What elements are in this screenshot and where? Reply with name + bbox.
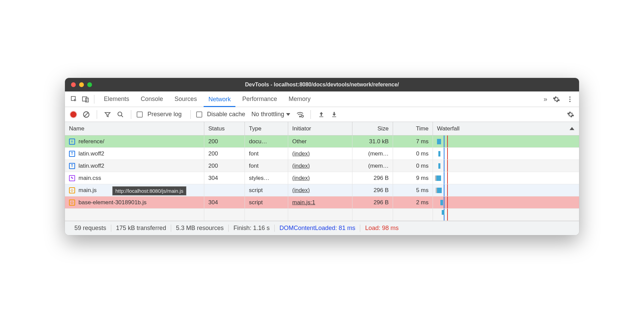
header-type[interactable]: Type	[245, 122, 288, 135]
tab-elements[interactable]: Elements	[99, 91, 134, 107]
clear-icon[interactable]	[81, 109, 91, 120]
table-row[interactable]: ≡reference/200docu…Other31.0 kB7 ms	[65, 135, 579, 148]
cell-waterfall	[433, 135, 579, 147]
table-row[interactable]: Tlatin.woff2200font(index)(mem…0 ms	[65, 160, 579, 172]
cell-type: script	[245, 196, 288, 208]
network-settings-gear-icon[interactable]	[566, 109, 576, 120]
cell-type: font	[245, 148, 288, 160]
cell-time: 0 ms	[393, 148, 433, 160]
cell-status: 200	[204, 160, 245, 172]
search-icon[interactable]	[115, 109, 125, 120]
svg-point-5	[569, 101, 571, 102]
request-name: reference/	[78, 138, 105, 145]
record-button[interactable]	[68, 109, 78, 120]
sort-ascending-icon	[570, 127, 574, 130]
cell-name[interactable]: ◇base-element-3018901b.js	[65, 196, 204, 208]
dropdown-caret-icon	[286, 113, 290, 116]
header-initiator[interactable]: Initiator	[288, 122, 352, 135]
tab-network[interactable]: Network	[204, 91, 235, 107]
filter-icon[interactable]	[102, 109, 113, 120]
cell-name[interactable]: ✎main.css	[65, 172, 204, 184]
load-line	[447, 184, 448, 196]
disable-cache-label: Disable cache	[207, 111, 245, 118]
divider	[94, 95, 94, 104]
svg-line-9	[121, 115, 123, 117]
cell-initiator[interactable]: (index)	[288, 172, 352, 184]
column-headers: Name Status Type Initiator Size Time Wat…	[65, 122, 579, 135]
device-toolbar-icon[interactable]	[80, 93, 91, 105]
kebab-menu-icon[interactable]	[564, 93, 576, 105]
cell-name[interactable]: ≡reference/	[65, 135, 204, 147]
disable-cache-checkbox[interactable]	[196, 111, 202, 118]
tab-performance[interactable]: Performance	[237, 91, 282, 107]
preserve-log-checkbox[interactable]	[137, 111, 143, 118]
inspect-element-icon[interactable]	[68, 93, 80, 105]
header-time[interactable]: Time	[393, 122, 433, 135]
font-file-icon: T	[69, 151, 75, 157]
cell-time: 2 ms	[393, 196, 433, 208]
waterfall-bar	[437, 188, 442, 193]
more-tabs-chevron-icon[interactable]: »	[540, 95, 551, 103]
request-name: main.js	[78, 187, 97, 194]
svg-rect-12	[319, 116, 323, 117]
cell-time: 7 ms	[393, 135, 433, 147]
cell-name[interactable]: Tlatin.woff2	[65, 160, 204, 172]
cell-initiator[interactable]: (index)	[288, 160, 352, 172]
minimize-window[interactable]	[79, 82, 84, 87]
request-name: main.css	[78, 175, 101, 182]
css-file-icon: ✎	[69, 175, 75, 181]
load-line	[447, 160, 448, 172]
cell-initiator[interactable]: (index)	[288, 184, 352, 196]
svg-rect-13	[332, 116, 336, 117]
cell-size: (mem…	[352, 148, 393, 160]
cell-time: 0 ms	[393, 160, 433, 172]
header-waterfall[interactable]: Waterfall	[433, 122, 579, 135]
dcl-line	[444, 148, 444, 160]
network-toolbar: Preserve log Disable cache No throttling	[65, 107, 579, 122]
table-row[interactable]: Tlatin.woff2200font(index)(mem…0 ms	[65, 148, 579, 160]
preserve-log-label: Preserve log	[147, 111, 182, 118]
cell-name[interactable]: ◇main.jshttp://localhost:8080/js/main.js	[65, 184, 204, 196]
table-row[interactable]: ✎main.css304styles…(index)296 B9 ms	[65, 172, 579, 184]
waterfall-bar	[442, 210, 444, 215]
cell-size: 296 B	[352, 196, 393, 208]
request-rows: ≡reference/200docu…Other31.0 kB7 msTlati…	[65, 135, 579, 209]
cell-type: styles…	[245, 172, 288, 184]
cell-time: 9 ms	[393, 172, 433, 184]
maximize-window[interactable]	[87, 82, 92, 87]
cell-status: 304	[204, 196, 245, 208]
cell-waterfall	[433, 160, 579, 172]
waterfall-bar	[436, 175, 441, 181]
tab-sources[interactable]: Sources	[170, 91, 202, 107]
header-size[interactable]: Size	[352, 122, 393, 135]
cell-name[interactable]: Tlatin.woff2	[65, 148, 204, 160]
header-status[interactable]: Status	[204, 122, 245, 135]
network-conditions-icon[interactable]	[295, 109, 305, 120]
cell-status: 304	[204, 172, 245, 184]
tab-console[interactable]: Console	[136, 91, 168, 107]
divider	[131, 110, 131, 119]
load-line	[447, 172, 448, 184]
download-har-icon[interactable]	[329, 109, 339, 120]
traffic-lights	[65, 82, 92, 87]
cell-waterfall	[433, 172, 579, 184]
footer-finish: Finish: 1.16 s	[229, 225, 275, 232]
upload-har-icon[interactable]	[316, 109, 326, 120]
settings-gear-icon[interactable]	[551, 93, 562, 105]
cell-initiator[interactable]: (index)	[288, 148, 352, 160]
divider	[310, 110, 311, 119]
cell-initiator[interactable]: main.js:1	[288, 196, 352, 208]
dcl-line	[444, 196, 444, 208]
table-row[interactable]: ◇base-element-3018901b.js304scriptmain.j…	[65, 196, 579, 209]
request-name: latin.woff2	[78, 163, 104, 169]
divider	[97, 110, 97, 119]
tab-memory[interactable]: Memory	[284, 91, 315, 107]
header-name[interactable]: Name	[65, 122, 204, 135]
panel-tabs: ElementsConsoleSourcesNetworkPerformance…	[99, 91, 540, 107]
table-row[interactable]: ◇main.jshttp://localhost:8080/js/main.js…	[65, 184, 579, 196]
cell-status: 200	[204, 135, 245, 147]
request-name: base-element-3018901b.js	[78, 199, 146, 206]
header-waterfall-label: Waterfall	[437, 125, 459, 132]
throttling-select[interactable]: No throttling	[251, 111, 290, 118]
close-window[interactable]	[71, 82, 76, 87]
